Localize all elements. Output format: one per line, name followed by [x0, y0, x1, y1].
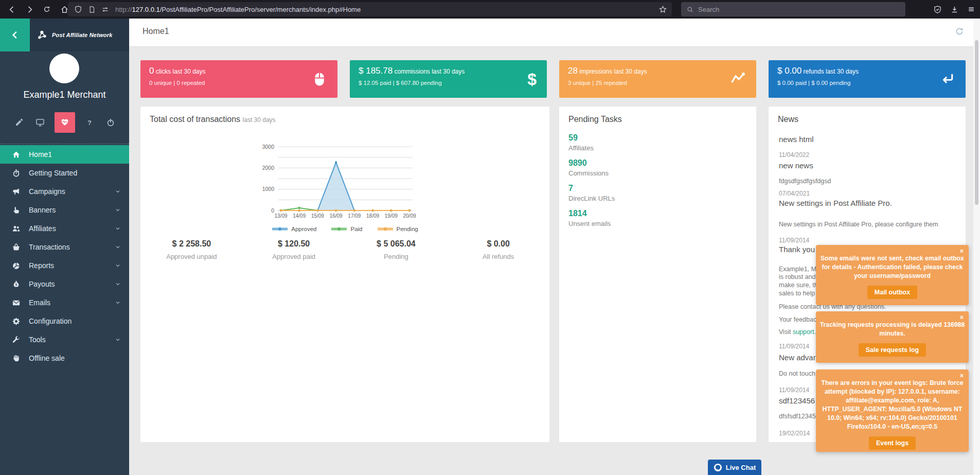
sidebar-item-label: Reports — [29, 261, 54, 270]
browser-toolbar: http://127.0.0.1/PostAffiliatePro/PostAf… — [0, 0, 980, 19]
question-button[interactable]: ? — [83, 116, 96, 129]
download-icon[interactable] — [951, 6, 958, 13]
sidebar-menu: Home1Getting StartedCampaignsBannersAffi… — [0, 145, 129, 367]
chart-stat-label: All refunds — [447, 253, 549, 260]
sale-requests-log-button[interactable]: Sale requests log — [859, 343, 926, 357]
network-logo-icon — [37, 30, 47, 40]
task-label: Unsent emails — [568, 220, 615, 227]
svg-text:20/09: 20/09 — [403, 213, 416, 219]
reload-icon[interactable] — [38, 2, 56, 16]
refresh-icon — [955, 27, 964, 36]
sidebar-item-banners[interactable]: Banners — [0, 201, 129, 219]
popup-message: There are errors in your event logs: Bru… — [816, 379, 969, 431]
task-count[interactable]: 7 — [568, 184, 615, 193]
pencil-button[interactable] — [12, 116, 26, 129]
sidebar-item-tools[interactable]: Tools — [0, 330, 129, 349]
page-header: Home1 — [129, 19, 980, 47]
heartbeat-button[interactable] — [55, 112, 75, 133]
chart-stat-label: Pending — [345, 253, 448, 260]
svg-text:3000: 3000 — [262, 144, 275, 150]
task-count[interactable]: 1814 — [568, 209, 615, 218]
event-logs-button[interactable]: Event logs — [869, 436, 916, 450]
stat-card-subtext: 0 unique | 0 repeated — [149, 80, 205, 86]
svg-text:?: ? — [87, 119, 92, 127]
chevron-down-icon — [115, 207, 121, 213]
chevron-down-icon — [115, 262, 121, 269]
power-button[interactable] — [104, 116, 117, 129]
transactions-chart: 010002000300013/0914/0915/0916/0917/0918… — [256, 140, 421, 223]
sidebar-divider — [0, 144, 129, 144]
sidebar-item-offline-sale[interactable]: Offline sale — [0, 349, 129, 367]
power-icon — [106, 118, 115, 127]
browser-search-input[interactable]: Search — [681, 2, 905, 16]
megaphone-icon — [12, 188, 20, 196]
close-icon[interactable]: × — [960, 314, 964, 321]
monitor-icon — [36, 118, 44, 127]
sidebar-header: Post Affiliate Network — [0, 19, 129, 51]
popup-message: Some emails were not sent, check email o… — [816, 254, 969, 280]
stat-card-subtext: 3 unique | 25 repeated — [568, 80, 627, 86]
sidebar-item-emails[interactable]: Emails — [0, 293, 129, 312]
svg-text:13/09: 13/09 — [274, 213, 287, 219]
sidebar-item-label: Payouts — [29, 280, 55, 288]
sidebar-item-campaigns[interactable]: Campaigns — [0, 182, 129, 201]
sidebar-item-affiliates[interactable]: Affiliates — [0, 219, 129, 238]
chart-stat: $ 0.00All refunds — [447, 239, 549, 260]
shield-icon[interactable] — [75, 6, 82, 13]
refresh-icon[interactable] — [955, 27, 964, 36]
mail-outbox-button[interactable]: Mail outbox — [867, 286, 917, 299]
legend-item-paid[interactable]: Paid — [331, 226, 362, 232]
task-count[interactable]: 59 — [568, 133, 615, 143]
dollar-icon: $ — [527, 69, 537, 88]
chart-panel: Total cost of transactions last 30 days … — [140, 107, 549, 442]
heartbeat-icon — [61, 118, 69, 127]
task-label: Commissions — [568, 169, 615, 177]
menu-hamburger-icon[interactable] — [968, 6, 975, 13]
sidebar-item-reports[interactable]: Reports — [0, 256, 129, 275]
chart-stat-value: $ 0.00 — [447, 239, 549, 249]
stat-card-value: 0 — [149, 66, 154, 76]
back-icon[interactable] — [3, 2, 21, 16]
stat-cards-row: 0 clicks last 30 days0 unique | 0 repeat… — [140, 60, 966, 98]
page-scrollbar — [973, 19, 980, 475]
sidebar-item-transactions[interactable]: Transactions — [0, 238, 129, 256]
sidebar-item-label: Affiliates — [29, 224, 56, 233]
close-icon[interactable]: × — [960, 248, 964, 255]
news-date: 07/04/2021 — [779, 190, 966, 197]
task-count[interactable]: 9890 — [568, 159, 615, 168]
collapse-sidebar-button[interactable] — [0, 19, 30, 51]
sidebar-item-home1[interactable]: Home1 — [0, 145, 129, 164]
sidebar-item-payouts[interactable]: $Payouts — [0, 275, 129, 293]
page-info-icon[interactable] — [88, 6, 95, 13]
forward-icon[interactable] — [21, 2, 38, 16]
pending-tasks-title: Pending Tasks — [568, 115, 622, 124]
download-icon — [951, 6, 958, 13]
sidebar-item-label: Tools — [29, 336, 46, 344]
live-chat-button[interactable]: Live Chat — [708, 460, 761, 475]
monitor-button[interactable] — [33, 116, 47, 129]
legend-item-approved[interactable]: Approved — [272, 226, 316, 232]
protection-shield-icon[interactable] — [934, 6, 941, 13]
star-icon — [659, 6, 667, 13]
legend-item-pending[interactable]: Pending — [377, 226, 418, 232]
live-chat-label: Live Chat — [726, 464, 756, 471]
bookmark-star-icon[interactable] — [659, 6, 667, 13]
scrollbar-thumb[interactable] — [975, 40, 978, 205]
home-icon — [12, 151, 20, 159]
permissions-icon[interactable] — [102, 6, 109, 13]
sidebar-item-label: Campaigns — [29, 187, 65, 196]
close-icon[interactable]: × — [960, 372, 964, 379]
news-date: 11/04/2022 — [779, 151, 966, 159]
sidebar-item-configuration[interactable]: Configuration — [0, 312, 129, 330]
url-bar[interactable]: http://127.0.0.1/PostAffiliatePro/PostAf… — [68, 2, 672, 16]
avatar — [49, 54, 79, 83]
svg-text:16/09: 16/09 — [330, 213, 343, 219]
chat-icon — [714, 463, 722, 472]
question-icon: ? — [85, 118, 94, 127]
sidebar-item-getting-started[interactable]: Getting Started — [0, 164, 129, 182]
chart-stat-value: $ 2 258.50 — [140, 239, 243, 249]
stat-card-subtext: $ 0.00 paid | $ 0.00 pending — [777, 80, 850, 86]
chevron-down-icon — [115, 188, 121, 195]
brand: Post Affiliate Network — [37, 19, 112, 51]
envelope-icon — [12, 299, 20, 307]
